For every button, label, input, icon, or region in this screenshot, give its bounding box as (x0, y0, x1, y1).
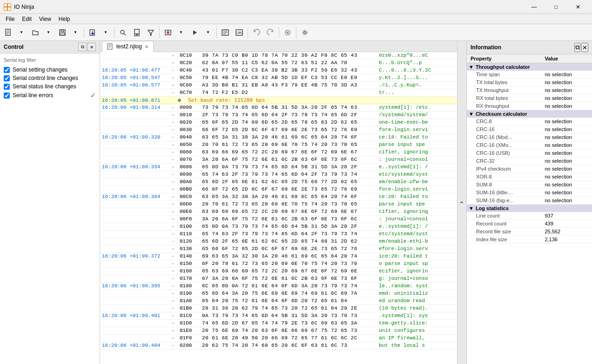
log-data-row[interactable]: → 00F0 3A 20 6A 6F 75 72 6E 61 6C 2B 63 … (100, 216, 457, 223)
capture-dropdown-arrow[interactable]: ▼ (175, 26, 188, 39)
log-data-row[interactable]: 16:20:06 +01:09.404 → 0200 20 62 75 74 2… (100, 342, 457, 350)
log-data-row[interactable]: → 01E0 20 75 6E 69 74 20 63 6F 6E 66 69 … (100, 327, 457, 335)
log-data-row[interactable]: → 0160 65 63 69 66 69 65 72 2C 20 69 67 … (100, 268, 457, 275)
control-close-button[interactable]: ✕ (87, 43, 96, 51)
save-button[interactable] (56, 26, 69, 39)
maximize-button[interactable]: □ (545, 0, 566, 14)
log-data-row[interactable]: 16:20:06 +01:09.364 → 00C0 63 65 3A 32 3… (100, 193, 457, 201)
log-data-row[interactable]: 16:20:05 +01:08.477 → 0C40 43 01 F7 30 C… (100, 67, 457, 74)
log-offset: 00E0 (178, 208, 200, 215)
log-data-row[interactable]: → 0090 65 74 63 2F 73 79 73 74 65 6D 64 … (100, 171, 457, 179)
property-section[interactable]: ▼Log statistics (467, 205, 592, 212)
log-data-row[interactable]: → 01A0 65 64 20 75 72 61 6E 64 6F 6D 20 … (100, 298, 457, 305)
new-dropdown-arrow[interactable]: ▼ (15, 26, 28, 39)
log-data-row[interactable]: → 0C10 39 7A 73 C0 B0 1D 78 7A 70 22 30 … (100, 52, 457, 60)
toolbar-sep-1 (84, 27, 84, 38)
log-data-row[interactable]: → 0100 65 0D 0A 73 79 73 74 65 6D 64 5B … (100, 223, 457, 231)
log-data-row[interactable]: 16:20:06 +01:09.314 → 0000 73 79 73 74 6… (100, 104, 457, 112)
close-button[interactable]: ✕ (567, 0, 588, 14)
log-hex: 63 65 3A 32 30 3A 20 46 61 69 6C 65 64 2… (200, 193, 377, 200)
log-data-row[interactable]: 16:20:06 +01:09.401 → 01C0 0A 73 79 73 7… (100, 312, 457, 320)
new-dropdown[interactable]: ▼ (2, 26, 28, 39)
menu-help[interactable]: Help (55, 15, 74, 23)
capture-dropdown[interactable]: ▼ (161, 26, 188, 39)
tab-close-button[interactable]: ✕ (145, 44, 148, 49)
filter-setting-changes-checkbox[interactable] (4, 67, 10, 73)
log-data-row[interactable]: 16:20:06 +01:09.354 → 0080 65 0D 0A 73 7… (100, 164, 457, 171)
log-data-row[interactable]: → 0070 3A 20 6A 6F 75 72 6E 61 6C 2B 63 … (100, 156, 457, 164)
log-data-row[interactable]: → 00E0 63 69 66 69 65 72 2C 20 69 67 6E … (100, 208, 457, 216)
log-data-row[interactable]: → 0010 2F 73 79 73 74 65 6D 64 2F 73 79 … (100, 112, 457, 119)
log-data-row[interactable]: → 0130 65 66 6F 72 65 2D 6C 6F 67 69 6E … (100, 245, 457, 253)
log-data-row[interactable]: 16:20:06 +01:09.320 → 0040 63 65 3A 31 3… (100, 134, 457, 141)
menu-view[interactable]: View (35, 15, 55, 23)
info-float-button[interactable]: ⧉ (574, 43, 580, 52)
export-button[interactable] (86, 26, 99, 39)
filter-control-changes-checkbox[interactable] (4, 75, 10, 81)
log-data-row[interactable]: → 01D0 74 65 6D 2D 67 65 74 74 79 2E 73 … (100, 320, 457, 327)
filter-line-errors-checkbox[interactable] (4, 93, 10, 99)
open-dropdown[interactable]: ▼ (29, 26, 55, 39)
hex-log-button[interactable]: 0F A3 (233, 26, 246, 39)
prop-name: XOR-8 (467, 173, 541, 181)
log-data-row[interactable]: → 0170 67 3A 20 6A 6F 75 72 6E 61 6C 2B … (100, 275, 457, 283)
log-data-row[interactable]: 16:20:06 +01:09.372 → 0140 69 63 65 3A 3… (100, 253, 457, 260)
log-data-row[interactable]: → 0030 66 6F 72 65 2D 6C 6F 67 69 6E 2E … (100, 126, 457, 134)
log-data-row[interactable]: 16:20:05 +01:08.547 → 0C50 79 EE 4B 74 E… (100, 74, 457, 82)
filter-line-errors-mark: ✓ (90, 92, 96, 99)
log-data-row[interactable]: → 00D0 20 70 61 72 73 65 20 69 6E 70 75 … (100, 201, 457, 208)
log-data-row[interactable]: → 0110 65 74 63 2F 73 79 73 74 65 6D 64 … (100, 231, 457, 238)
log-data-row[interactable]: 16:20:06 +01:09.395 → 0180 6C 65 0D 0A 7… (100, 283, 457, 290)
export-dropdown[interactable]: ▼ (86, 26, 112, 39)
filter-status-changes-checkbox[interactable] (4, 84, 10, 90)
capture-button[interactable] (161, 26, 175, 39)
prop-value: no selection (541, 79, 592, 86)
save-dropdown-arrow[interactable]: ▼ (69, 26, 82, 39)
open-dropdown-arrow[interactable]: ▼ (42, 26, 55, 39)
menu-file[interactable]: File (2, 15, 18, 23)
log-content[interactable]: → 0C10 39 7A 73 C0 B0 1D 78 7A 70 22 30 … (100, 52, 457, 364)
property-section[interactable]: ▼Checksum calculator (467, 110, 592, 118)
log-data-row[interactable]: → 0C70 74 72 F2 E5 D2 tr... (100, 89, 457, 97)
filter-button[interactable] (144, 26, 157, 39)
info-close-button[interactable]: ✕ (581, 43, 588, 52)
control-float-button[interactable]: ⧉ (78, 43, 87, 51)
log-data-row[interactable]: → 0190 65 6D 64 3A 20 75 6E 69 6E 69 74 … (100, 290, 457, 298)
log-hex: 20 62 75 74 20 74 68 65 20 6C 6F 63 61 6… (200, 342, 377, 349)
replay-button[interactable] (188, 26, 202, 39)
redo-button[interactable] (264, 26, 277, 39)
save-dropdown[interactable]: ▼ (56, 26, 82, 39)
log-data-row[interactable]: → 01B0 28 31 36 20 62 79 74 65 73 20 72 … (100, 305, 457, 312)
bookmarks-button[interactable] (130, 26, 143, 39)
svg-text:A3: A3 (239, 31, 243, 34)
search-button[interactable] (116, 26, 129, 39)
open-button[interactable] (29, 26, 42, 39)
log-data-row[interactable]: → 0150 6F 20 70 61 72 73 65 20 69 6E 70 … (100, 260, 457, 268)
new-button[interactable] (2, 26, 15, 39)
log-arrow: → (168, 141, 178, 148)
tab-test2[interactable]: test2.njlog ✕ (102, 41, 154, 52)
export-dropdown-arrow[interactable]: ▼ (99, 26, 112, 39)
log-data-row[interactable]: → 0120 65 6D 2F 65 6E 61 62 6C 65 2D 65 … (100, 238, 457, 245)
stop-button[interactable] (281, 26, 294, 39)
undo-button[interactable] (250, 26, 263, 39)
log-data-row[interactable]: → 01F0 20 61 6E 20 49 50 20 66 69 72 65 … (100, 335, 457, 342)
property-section[interactable]: ▼Throughput calculator (467, 63, 592, 71)
log-data-row[interactable]: → 0020 65 6F 65 2D 74 69 6D 65 2D 65 78 … (100, 119, 457, 126)
log-data-row[interactable]: → 0060 63 69 66 69 65 72 2C 20 69 67 6E … (100, 149, 457, 156)
log-data-row[interactable]: → 0C20 62 8A 07 55 11 C5 62 0A 55 72 63 … (100, 60, 457, 67)
log-data-row[interactable]: → 0050 20 70 61 72 73 65 20 69 6E 70 75 … (100, 141, 457, 149)
log-ascii: em/enable-ufw-be (377, 179, 457, 185)
replay-dropdown[interactable]: ▼ (188, 26, 215, 39)
log-offset: 01B0 (178, 305, 200, 312)
plain-log-button[interactable] (219, 26, 232, 39)
settings-button[interactable] (298, 26, 311, 39)
minimize-button[interactable]: — (524, 0, 545, 14)
log-data-row[interactable]: → 00B0 66 6F 72 65 2D 6C 6F 67 69 6E 2E … (100, 186, 457, 193)
log-data-row[interactable]: → 00A0 65 6D 2F 65 6E 61 62 6C 65 2D 75 … (100, 179, 457, 186)
replay-dropdown-arrow[interactable]: ▼ (202, 26, 215, 39)
collapse-panel-button[interactable]: ‹ (457, 41, 466, 364)
log-data-row[interactable]: 16:20:05 +01:08.577 → 0C60 A3 3D B0 B1 3… (100, 82, 457, 89)
menu-edit[interactable]: Edit (18, 15, 35, 23)
log-offset: 0120 (178, 238, 200, 245)
